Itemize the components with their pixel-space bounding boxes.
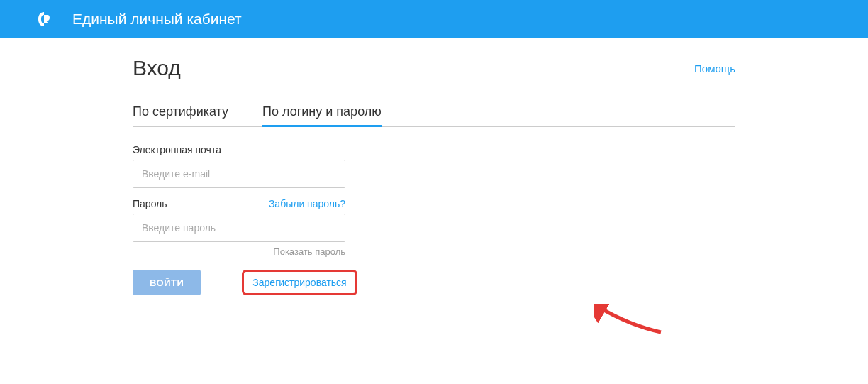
password-input[interactable] [133,214,345,242]
tab-login-password[interactable]: По логину и паролю [262,104,382,126]
header: Единый личный кабинет [0,0,868,38]
annotation-arrow-icon [594,304,664,339]
show-password-toggle[interactable]: Показать пароль [133,246,345,257]
forgot-password-link[interactable]: Забыли пароль? [269,198,345,209]
help-link[interactable]: Помощь [694,62,735,75]
tabs: По сертификату По логину и паролю [133,104,735,127]
email-input[interactable] [133,160,345,188]
login-button[interactable]: ВОЙТИ [133,270,201,295]
tab-certificate[interactable]: По сертификату [133,104,228,126]
password-label: Пароль [133,198,167,209]
email-label: Электронная почта [133,144,221,155]
register-highlight: Зарегистрироваться [242,270,357,295]
page-title: Вход [133,56,181,80]
register-link[interactable]: Зарегистрироваться [252,277,346,288]
login-form: Электронная почта Пароль Забыли пароль? … [133,144,345,295]
logo-icon [35,11,52,28]
header-title: Единый личный кабинет [72,11,242,28]
